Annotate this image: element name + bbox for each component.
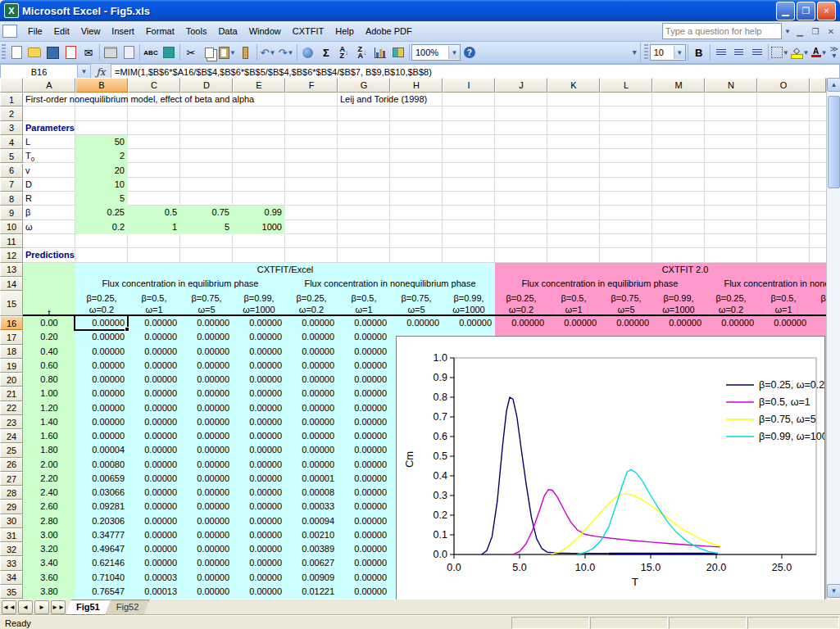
param-value[interactable]: 2 [75, 149, 128, 163]
series-header[interactable]: β=0.25,ω=0.2 [75, 292, 128, 316]
cell-value[interactable]: 0.00000 [180, 373, 233, 387]
column-header-J[interactable]: J [495, 78, 547, 93]
param-value[interactable]: 20 [75, 164, 128, 178]
prev-sheet-icon[interactable]: ◄ [18, 600, 33, 614]
cell-value[interactable]: 0.00000 [285, 345, 338, 359]
row-header-27[interactable]: 27 [0, 472, 23, 486]
column-header-O[interactable]: O [757, 78, 810, 93]
cell-t-value[interactable]: 0.40 [23, 345, 75, 359]
param-label-v[interactable]: v [25, 164, 73, 178]
row-header-28[interactable]: 28 [0, 486, 23, 500]
param-value[interactable]: 5 [180, 220, 233, 234]
help-question-input[interactable]: Type a question for help [662, 23, 782, 39]
selected-cell-B16[interactable] [74, 314, 129, 331]
series-header[interactable]: β=0.5,ω=1 [547, 292, 600, 316]
cell-value[interactable]: 0.00000 [652, 316, 705, 330]
cell-value[interactable]: 0.00000 [128, 458, 180, 472]
parameters-heading[interactable]: Parameters [25, 121, 124, 135]
group-header-cxtfit-excel[interactable]: CXTFIT/Excel [75, 263, 495, 277]
cell-value[interactable]: 0.20306 [75, 514, 128, 528]
cell-t-value[interactable]: 1.00 [23, 387, 75, 400]
cell-value[interactable]: 0.00000 [338, 359, 390, 373]
cell-t-value[interactable]: 1.60 [23, 429, 75, 443]
phase-header-3[interactable]: Flux concentration in equilibrium phase [495, 277, 705, 291]
cell-value[interactable]: 0.00000 [285, 316, 338, 330]
param-value[interactable]: 0.25 [75, 206, 128, 219]
series-header[interactable]: β=0.99,ω=1000 [233, 292, 285, 316]
row-header-7[interactable]: 7 [0, 178, 23, 192]
cell-value[interactable]: 0.00000 [180, 345, 233, 359]
menu-help[interactable]: Help [329, 24, 360, 38]
column-header-F[interactable]: F [285, 78, 338, 93]
cell-value[interactable]: 0.00000 [390, 316, 443, 330]
cell-value[interactable]: 0.00000 [233, 401, 285, 415]
cell-value[interactable]: 0.00033 [285, 500, 338, 514]
row-header-18[interactable]: 18 [0, 345, 23, 359]
row-header-14[interactable]: 14 [0, 277, 23, 291]
row-header-5[interactable]: 5 [0, 149, 23, 163]
series-header[interactable]: β=0.25,ω=0.2 [285, 292, 338, 316]
cell-value[interactable]: 0.00000 [233, 486, 285, 500]
predictions-heading[interactable]: Predictions [25, 248, 124, 262]
cell-value[interactable]: 0.00000 [128, 373, 180, 387]
row-header-15[interactable]: 15 [0, 291, 23, 316]
cell-value[interactable]: 0.00000 [705, 316, 757, 330]
cell-value[interactable]: 0.00000 [180, 443, 233, 457]
cell-value[interactable]: 0.00000 [285, 359, 338, 373]
cell-value[interactable]: 0.00000 [443, 316, 495, 330]
cell-value[interactable]: 0.00000 [180, 415, 233, 429]
workbook-restore-button[interactable]: ❐ [809, 25, 822, 37]
row-header-1[interactable]: 1 [0, 93, 23, 106]
cell-value[interactable]: 0.00000 [338, 528, 390, 542]
cell-value[interactable]: 0.00000 [338, 556, 390, 570]
cell-value[interactable]: 0.00000 [233, 415, 285, 429]
scroll-down-icon[interactable]: ▼ [827, 584, 840, 598]
cell-value[interactable]: 0.00627 [285, 556, 338, 570]
cell-value[interactable]: 0.00000 [338, 415, 390, 429]
cell-value[interactable]: 0.00000 [233, 528, 285, 542]
param-label-R[interactable]: R [25, 192, 73, 206]
series-header[interactable]: β=0.99,ω=1000 [652, 292, 705, 316]
row-header-34[interactable]: 34 [0, 571, 23, 585]
cell-value[interactable]: 0.49647 [75, 542, 128, 556]
first-sheet-icon[interactable]: ◄◄ [2, 600, 16, 614]
cell-value[interactable]: 0.00000 [128, 345, 180, 359]
cell-value[interactable]: 0.01221 [285, 585, 338, 599]
font-size-combo[interactable]: 10▼ [650, 44, 686, 61]
cell-t-value[interactable]: 0.00 [23, 316, 75, 330]
cell-t-value[interactable]: 1.40 [23, 415, 75, 429]
cell-value[interactable]: 0.00004 [75, 443, 128, 457]
param-value[interactable]: 5 [75, 192, 128, 206]
series-header[interactable]: β=0.99,ω=1000 [443, 292, 495, 316]
format-painter-icon[interactable] [238, 44, 254, 61]
cell-t-value[interactable]: 0.80 [23, 373, 75, 387]
cell-value[interactable]: 0.00000 [180, 316, 233, 330]
column-header-H[interactable]: H [390, 78, 443, 93]
cell-value[interactable]: 0.00000 [180, 585, 233, 599]
row-header-11[interactable]: 11 [0, 234, 23, 248]
param-label-T0[interactable]: T0 [25, 149, 73, 163]
close-button[interactable]: × [817, 2, 836, 20]
cell-value[interactable]: 0.00013 [128, 585, 180, 599]
cell-value[interactable]: 0.00003 [128, 571, 180, 585]
cell-value[interactable]: 0.00000 [338, 316, 390, 330]
cell-value[interactable]: 0.00000 [285, 373, 338, 387]
row-header-31[interactable]: 31 [0, 528, 23, 542]
cell-value[interactable]: 0.00000 [75, 359, 128, 373]
zoom-combo[interactable]: 100%▼ [411, 44, 461, 61]
cell-value[interactable]: 0.00000 [338, 514, 390, 528]
menu-data[interactable]: Data [212, 24, 243, 38]
cell-t-value[interactable]: 2.60 [23, 500, 75, 514]
print-icon[interactable] [102, 44, 119, 61]
workbook-minimize-button[interactable]: ▁ [793, 25, 806, 37]
cell-value[interactable]: 0.00000 [338, 472, 390, 486]
row-header-24[interactable]: 24 [0, 429, 23, 443]
cell-value[interactable]: 0.00000 [180, 528, 233, 542]
param-value[interactable]: 0.75 [180, 206, 233, 219]
cell-value[interactable]: 0.00000 [338, 387, 390, 400]
cell-value[interactable]: 0.00000 [128, 514, 180, 528]
fill-color-icon[interactable]: ◇▼ [791, 44, 810, 61]
row-header-21[interactable]: 21 [0, 387, 23, 400]
param-label-ω[interactable]: ω [25, 220, 73, 234]
cell-value[interactable]: 0.00000 [180, 429, 233, 443]
